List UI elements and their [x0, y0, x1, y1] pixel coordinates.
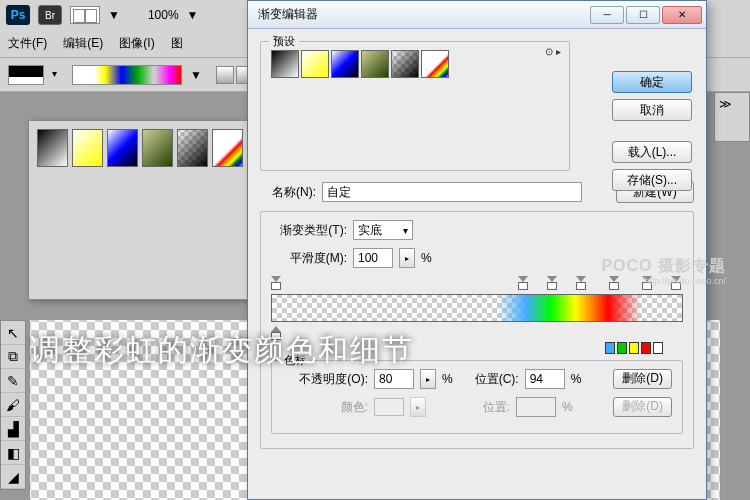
stops-label: 色标 [280, 353, 310, 368]
opacity-label: 不透明度(O): [282, 371, 368, 388]
preset-thumb[interactable] [421, 50, 449, 78]
smooth-label: 平滑度(M): [271, 250, 347, 267]
opacity-stops-track[interactable] [271, 276, 683, 290]
delete-stop-button[interactable]: 删除(D) [613, 369, 672, 389]
dropdown-arrow-icon[interactable]: ▼ [187, 8, 199, 22]
minimize-button[interactable]: ─ [590, 6, 624, 24]
pct-label: % [421, 251, 432, 265]
gradient-strip[interactable] [271, 294, 683, 322]
name-input[interactable] [322, 182, 582, 202]
collapse-panel-icon[interactable]: ≫ [715, 93, 749, 115]
pct-label: % [571, 372, 582, 386]
presets-label: 预设 [269, 34, 299, 49]
color-marker[interactable] [629, 342, 639, 354]
spinner-icon[interactable]: ▸ [420, 369, 436, 389]
name-label: 名称(N): [260, 184, 316, 201]
tool-preset-picker[interactable] [8, 65, 44, 85]
load-button[interactable]: 载入(L)... [612, 141, 692, 163]
delete-color-button: 删除(D) [613, 397, 672, 417]
position-input-disabled [516, 397, 556, 417]
ok-button[interactable]: 确定 [612, 71, 692, 93]
eyedrop-tool-icon[interactable]: ✎ [1, 369, 25, 393]
cancel-button[interactable]: 取消 [612, 99, 692, 121]
tools-panel: ↖ ⧉ ✎ 🖌 ▟ ◧ ◢ [0, 320, 26, 490]
save-button[interactable]: 存储(S)... [612, 169, 692, 191]
preset-thumb[interactable] [361, 50, 389, 78]
menu-image[interactable]: 图像(I) [119, 35, 154, 52]
dialog-titlebar[interactable]: 渐变编辑器 ─ ☐ ✕ [248, 1, 706, 29]
smoothness-input[interactable] [353, 248, 393, 268]
gradient-tool-icon[interactable]: ◧ [1, 441, 25, 465]
linear-gradient-button[interactable] [216, 66, 234, 84]
position-label-disabled: 位置: [460, 399, 510, 416]
preset-black-white[interactable] [37, 129, 68, 167]
preset-thumb[interactable] [331, 50, 359, 78]
color-markers [271, 342, 663, 354]
pct-label: % [442, 372, 453, 386]
type-label: 渐变类型(T): [271, 222, 347, 239]
color-stops-track[interactable] [271, 326, 683, 340]
menu-image2[interactable]: 图 [171, 35, 183, 52]
right-panel[interactable]: ≫ [714, 92, 750, 142]
spinner-icon[interactable]: ▸ [399, 248, 415, 268]
color-marker[interactable] [617, 342, 627, 354]
presets-menu-icon[interactable]: ⊙ ▸ [545, 46, 561, 57]
preset-thumb[interactable] [301, 50, 329, 78]
menu-edit[interactable]: 编辑(E) [63, 35, 103, 52]
preset-green[interactable] [142, 129, 173, 167]
dropdown-arrow-icon[interactable]: ▼ [108, 8, 120, 22]
color-label: 颜色: [282, 399, 368, 416]
preset-rainbow[interactable] [212, 129, 243, 167]
opacity-input[interactable] [374, 369, 414, 389]
color-marker[interactable] [605, 342, 615, 354]
pct-label: % [562, 400, 573, 414]
watermark-url: http://photo.poco.cn/ [644, 276, 726, 286]
preset-thumb[interactable] [271, 50, 299, 78]
move-tool-icon[interactable]: ↖ [1, 321, 25, 345]
brush-tool-icon[interactable]: 🖌 [1, 393, 25, 417]
gradient-editor-dialog: 渐变编辑器 ─ ☐ ✕ 确定 取消 载入(L)... 存储(S)... 预设 ⊙… [247, 0, 707, 500]
close-button[interactable]: ✕ [662, 6, 702, 24]
crop-tool-icon[interactable]: ⧉ [1, 345, 25, 369]
photoshop-icon[interactable]: Ps [6, 5, 30, 25]
zoom-level[interactable]: 100% [148, 8, 179, 22]
position-input[interactable] [525, 369, 565, 389]
color-swatch [374, 398, 404, 416]
preset-blue[interactable] [107, 129, 138, 167]
eraser-tool-icon[interactable]: ◢ [1, 465, 25, 489]
preset-transparent[interactable] [177, 129, 208, 167]
dialog-title: 渐变编辑器 [258, 6, 318, 23]
color-marker[interactable] [641, 342, 651, 354]
preset-yellow[interactable] [72, 129, 103, 167]
stamp-tool-icon[interactable]: ▟ [1, 417, 25, 441]
spinner-icon: ▸ [410, 397, 426, 417]
gradient-picker-flyout [28, 120, 252, 300]
dropdown-arrow-icon[interactable]: ▼ [190, 68, 202, 82]
watermark: POCO 摄影专题 [601, 256, 726, 277]
gradient-preview[interactable] [72, 65, 182, 85]
preset-thumb[interactable] [391, 50, 419, 78]
type-dropdown[interactable]: 实底 [353, 220, 413, 240]
frames-icon[interactable] [70, 6, 100, 24]
menu-file[interactable]: 文件(F) [8, 35, 47, 52]
bridge-icon[interactable]: Br [38, 5, 62, 25]
maximize-button[interactable]: ☐ [626, 6, 660, 24]
color-marker[interactable] [653, 342, 663, 354]
position-label: 位置(C): [469, 371, 519, 388]
